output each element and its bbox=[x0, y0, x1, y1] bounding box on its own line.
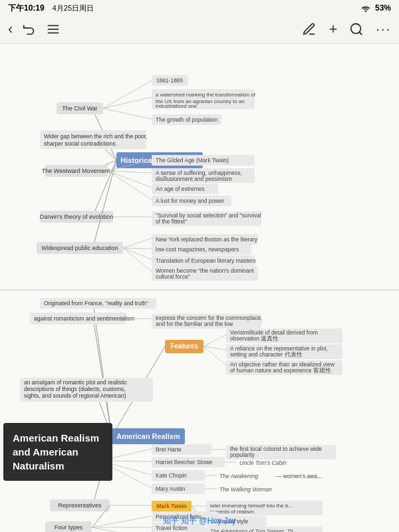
add-button[interactable]: + bbox=[329, 21, 337, 38]
toolbar: ‹ + ··· bbox=[0, 15, 399, 44]
svg-text:Translation of European litera: Translation of European literary masters bbox=[156, 257, 256, 264]
svg-line-31 bbox=[108, 171, 152, 173]
svg-point-3 bbox=[351, 23, 361, 33]
undo-button[interactable] bbox=[22, 22, 37, 37]
svg-text:descriptions of things (dialec: descriptions of things (dialects, custom… bbox=[24, 386, 126, 392]
svg-line-80 bbox=[203, 334, 226, 346]
svg-text:Four types: Four types bbox=[55, 524, 83, 531]
battery-label: 53% bbox=[375, 3, 391, 13]
svg-text:— women's awa...: — women's awa... bbox=[276, 473, 322, 479]
svg-line-4 bbox=[360, 32, 362, 35]
svg-line-60 bbox=[123, 248, 152, 271]
svg-text:New York replaced Boston as th: New York replaced Boston as the literary bbox=[156, 236, 258, 243]
svg-text:and for the familiar and the l: and for the familiar and the low bbox=[156, 321, 233, 327]
svg-text:sights, and sounds of regional: sights, and sounds of regional American) bbox=[24, 392, 126, 399]
watermark-handle: 知乎 @Hey Jay bbox=[181, 516, 236, 525]
root-label: American Realism and American Naturalism bbox=[3, 423, 112, 481]
svg-line-13 bbox=[103, 97, 152, 108]
svg-text:setting and character 代表性: setting and character 代表性 bbox=[230, 351, 303, 358]
svg-text:industrialized one: industrialized one bbox=[156, 103, 198, 109]
svg-text:of human nature and experience: of human nature and experience 客观性 bbox=[230, 367, 331, 374]
svg-text:of the fittest": of the fittest" bbox=[156, 218, 187, 225]
svg-text:Mark Twain: Mark Twain bbox=[156, 503, 187, 509]
svg-text:The growth of population: The growth of population bbox=[156, 116, 218, 123]
svg-text:1861-1865: 1861-1865 bbox=[156, 77, 184, 84]
toolbar-right: + ··· bbox=[302, 21, 391, 38]
watermark: 知乎 知乎 @Hey Jay bbox=[163, 515, 236, 527]
date-label: 4月25日周日 bbox=[53, 3, 94, 13]
status-bar: 下午10:19 4月25日周日 53% bbox=[0, 0, 399, 15]
svg-text:Widespread public education: Widespread public education bbox=[41, 245, 118, 251]
search-button[interactable] bbox=[349, 22, 364, 37]
svg-text:a watershed marking the transf: a watershed marking the transformation o… bbox=[156, 92, 256, 98]
wifi-icon bbox=[360, 4, 371, 12]
svg-text:A lust for money and power: A lust for money and power bbox=[156, 198, 224, 204]
svg-text:Kate Chopin: Kate Chopin bbox=[156, 472, 187, 479]
svg-text:Features: Features bbox=[170, 342, 198, 350]
svg-text:The Civil War: The Civil War bbox=[62, 105, 98, 112]
svg-text:The Westward Movement: The Westward Movement bbox=[42, 168, 110, 174]
svg-line-143 bbox=[92, 516, 152, 527]
svg-line-18 bbox=[103, 108, 152, 119]
svg-text:cultural force": cultural force" bbox=[156, 273, 190, 280]
svg-text:Harriet Beecher Stowe: Harriet Beecher Stowe bbox=[156, 459, 213, 466]
svg-line-70 bbox=[93, 318, 112, 436]
svg-text:Uncle Tom's Cabin: Uncle Tom's Cabin bbox=[239, 460, 287, 466]
svg-text:sharper social contradictions: sharper social contradictions bbox=[44, 140, 116, 147]
svg-text:Bret Harte: Bret Harte bbox=[156, 446, 182, 453]
svg-text:The Adventures of Tom Sawyer, : The Adventures of Tom Sawyer, Th... bbox=[210, 528, 297, 532]
svg-text:Originated from France, "reali: Originated from France, "reality and tru… bbox=[44, 300, 148, 307]
svg-text:disillusionment and pessimism: disillusionment and pessimism bbox=[156, 176, 232, 182]
svg-text:An age of extremes: An age of extremes bbox=[156, 186, 205, 192]
svg-text:against romanticism and sentim: against romanticism and sentimentalism bbox=[34, 315, 134, 322]
svg-text:observation 逼真性: observation 逼真性 bbox=[230, 335, 279, 342]
list-button[interactable] bbox=[46, 22, 61, 37]
svg-text:popularity: popularity bbox=[230, 452, 255, 458]
svg-text:an amalgam of romantic plot an: an amalgam of romantic plot and realisti… bbox=[24, 379, 128, 386]
status-bar-left: 下午10:19 4月25日周日 bbox=[8, 3, 94, 14]
svg-line-57 bbox=[123, 248, 152, 259]
pencil-button[interactable] bbox=[302, 22, 317, 37]
svg-text:The Gilded Age (Mark Twain): The Gilded Age (Mark Twain) bbox=[156, 157, 229, 164]
svg-text:Wider gap between the rich and: Wider gap between the rich and the poor, bbox=[44, 133, 147, 140]
svg-text:The Awakening: The Awakening bbox=[219, 473, 258, 479]
more-button[interactable]: ··· bbox=[376, 21, 391, 37]
back-button[interactable]: ‹ bbox=[8, 21, 13, 38]
svg-text:low-cost magazines, newspapers: low-cost magazines, newspapers bbox=[156, 246, 239, 253]
svg-line-51 bbox=[123, 238, 152, 248]
svg-text:Mary Austin: Mary Austin bbox=[156, 485, 186, 492]
svg-text:American Realism: American Realism bbox=[116, 432, 180, 440]
main-content: .node-box { fill: #e8e8e8; rx: 3; } .nod… bbox=[0, 44, 399, 532]
svg-text:Darwin's theory of evolution: Darwin's theory of evolution bbox=[40, 213, 113, 220]
svg-text:The Walking Woman: The Walking Woman bbox=[219, 486, 272, 493]
svg-text:later immersing himself into t: later immersing himself into the b... bbox=[210, 503, 293, 509]
svg-line-54 bbox=[123, 248, 152, 249]
watermark-icon: 知乎 bbox=[163, 516, 181, 525]
svg-line-149 bbox=[92, 527, 152, 532]
status-bar-right: 53% bbox=[360, 3, 391, 13]
time-label: 下午10:19 bbox=[8, 3, 45, 14]
svg-line-10 bbox=[103, 80, 152, 108]
svg-text:Representatives: Representatives bbox=[58, 502, 102, 509]
